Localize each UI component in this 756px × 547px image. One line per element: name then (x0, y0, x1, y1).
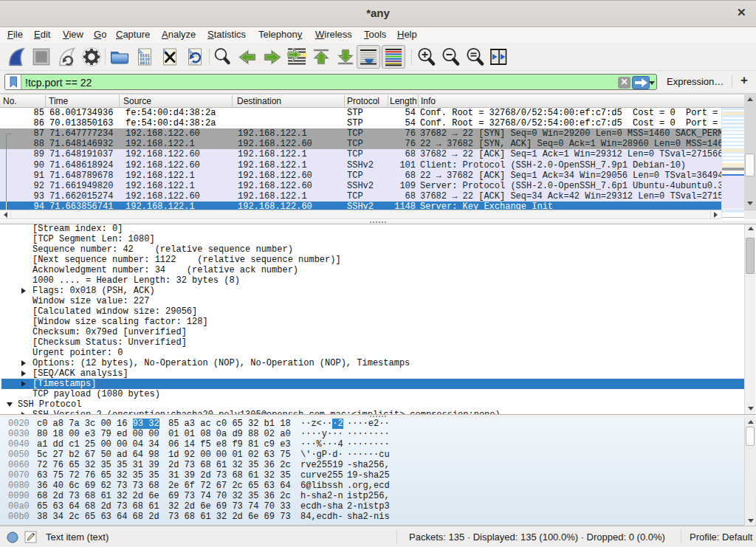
svg-text:0011: 0011 (140, 61, 151, 66)
